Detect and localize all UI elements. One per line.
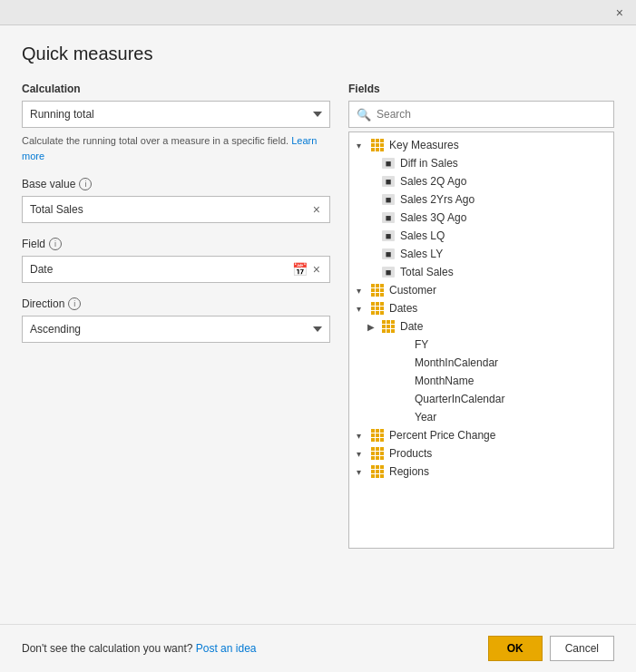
field-icon-year — [395, 411, 411, 424]
base-value-label: Base value i — [22, 178, 330, 190]
tree-item-year[interactable]: Year — [349, 408, 613, 426]
field-info-icon[interactable]: i — [49, 238, 62, 250]
tree-item-sales-3q-ago[interactable]: ■ Sales 3Q Ago — [349, 209, 613, 227]
direction-group: Direction i Ascending Descending — [22, 297, 330, 343]
products-label: Products — [389, 447, 432, 460]
table-icon-percent-price — [369, 429, 386, 442]
base-value-group: Base value i × — [22, 178, 330, 223]
table-icon-dates — [369, 302, 386, 315]
calculation-select[interactable]: Running total — [22, 101, 330, 128]
percent-price-label: Percent Price Change — [389, 429, 495, 442]
tree-item-fy[interactable]: FY — [349, 336, 613, 354]
chevron-key-measures: ▾ — [357, 141, 369, 151]
measure-icon-total-sales: ■ — [380, 266, 396, 278]
quick-measures-dialog: × Quick measures Calculation Running tot… — [0, 0, 636, 672]
fields-tree: ▾ Key Measures ■ Diff in Sales — [348, 131, 614, 549]
chevron-percent-price: ▾ — [357, 431, 369, 441]
measure-icon-sales-2q: ■ — [380, 175, 396, 188]
field-input[interactable] — [30, 263, 292, 276]
ok-button[interactable]: OK — [488, 636, 543, 661]
direction-info-icon[interactable]: i — [68, 297, 81, 310]
tree-group-dates[interactable]: ▾ Dates — [349, 299, 613, 317]
table-icon-key-measures — [369, 139, 386, 151]
field-clear-button[interactable]: × — [311, 262, 322, 277]
field-group: Field i 📅 × — [22, 238, 330, 283]
tree-item-quarterincalendar[interactable]: QuarterInCalendar — [349, 390, 613, 408]
table-icon-products — [369, 447, 386, 460]
tree-subgroup-date[interactable]: ▶ Date — [349, 317, 613, 336]
measure-icon-sales-ly: ■ — [380, 248, 396, 260]
chevron-products: ▾ — [357, 449, 369, 459]
left-panel: Calculation Running total Calculate the … — [22, 83, 330, 609]
tree-group-key-measures[interactable]: ▾ Key Measures — [349, 136, 613, 154]
table-icon-date — [380, 320, 396, 333]
search-box: 🔍 — [348, 101, 614, 128]
item-label: QuarterInCalendar — [415, 393, 504, 405]
tree-item-sales-2q-ago[interactable]: ■ Sales 2Q Ago — [349, 172, 613, 190]
tree-item-sales-2yrs-ago[interactable]: ■ Sales 2Yrs Ago — [349, 190, 613, 209]
table-icon-customer — [369, 284, 386, 297]
customer-label: Customer — [389, 284, 436, 297]
chevron-date: ▶ — [367, 322, 380, 332]
measure-icon-sales-2yrs: ■ — [380, 193, 396, 206]
dialog-title: Quick measures — [22, 44, 614, 64]
table-icon-regions — [369, 465, 386, 478]
item-label: MonthInCalendar — [415, 356, 498, 369]
footer-buttons: OK Cancel — [488, 636, 614, 661]
tree-group-products[interactable]: ▾ Products — [349, 444, 613, 463]
chevron-customer: ▾ — [357, 286, 369, 296]
cancel-button[interactable]: Cancel — [550, 636, 614, 661]
item-label: Sales LY — [400, 248, 443, 260]
measure-icon-sales-3q: ■ — [380, 211, 396, 224]
item-label: Year — [415, 411, 436, 424]
base-value-clear-button[interactable]: × — [311, 202, 322, 217]
search-input[interactable] — [377, 108, 606, 121]
tree-item-sales-ly[interactable]: ■ Sales LY — [349, 245, 613, 263]
dialog-footer: Don't see the calculation you want? Post… — [0, 624, 636, 672]
base-value-info-icon[interactable]: i — [79, 178, 92, 190]
calculation-label: Calculation — [22, 83, 330, 95]
field-icon-monthname — [395, 375, 411, 387]
chevron-regions: ▾ — [357, 467, 369, 477]
base-value-input-wrapper: × — [22, 196, 330, 223]
field-icon-monthincalendar — [395, 356, 411, 369]
item-label: Total Sales — [400, 266, 454, 278]
date-label: Date — [400, 320, 423, 333]
field-icon-fy — [395, 338, 411, 351]
key-measures-label: Key Measures — [389, 139, 459, 151]
tree-item-diff-in-sales[interactable]: ■ Diff in Sales — [349, 154, 613, 172]
calendar-icon: 📅 — [292, 262, 308, 277]
tree-item-monthincalendar[interactable]: MonthInCalendar — [349, 354, 613, 372]
right-panel: Fields 🔍 ▾ Key Measures — [348, 83, 614, 609]
post-idea-link[interactable]: Post an idea — [196, 642, 257, 655]
close-button[interactable]: × — [611, 4, 629, 22]
calculation-description: Calculate the running total over a measu… — [22, 133, 330, 163]
tree-group-regions[interactable]: ▾ Regions — [349, 463, 613, 481]
tree-item-total-sales[interactable]: ■ Total Sales — [349, 263, 613, 281]
two-columns-layout: Calculation Running total Calculate the … — [22, 83, 614, 609]
item-label: MonthName — [415, 375, 474, 387]
fields-label: Fields — [348, 83, 614, 95]
tree-item-sales-lq[interactable]: ■ Sales LQ — [349, 227, 613, 245]
search-icon: 🔍 — [357, 108, 371, 122]
dialog-body: Quick measures Calculation Running total… — [0, 25, 636, 624]
base-value-input[interactable] — [30, 203, 311, 216]
tree-group-percent-price-change[interactable]: ▾ Percent Price Change — [349, 426, 613, 444]
tree-group-customer[interactable]: ▾ Customer — [349, 281, 613, 299]
item-label: FY — [415, 338, 428, 351]
calculation-group: Calculation Running total Calculate the … — [22, 83, 330, 163]
field-label: Field i — [22, 238, 330, 250]
measure-icon-diff-sales: ■ — [380, 157, 396, 170]
tree-item-monthname[interactable]: MonthName — [349, 372, 613, 390]
item-label: Sales 2Yrs Ago — [400, 193, 475, 206]
item-label: Sales LQ — [400, 229, 445, 242]
direction-select[interactable]: Ascending Descending — [22, 316, 330, 343]
title-bar: × — [0, 0, 636, 25]
field-icon-quarterincalendar — [395, 393, 411, 405]
item-label: Diff in Sales — [400, 157, 458, 170]
regions-label: Regions — [389, 465, 429, 478]
measure-icon-sales-lq: ■ — [380, 229, 396, 242]
field-input-wrapper: 📅 × — [22, 256, 330, 283]
chevron-dates: ▾ — [357, 304, 369, 314]
direction-label: Direction i — [22, 297, 330, 310]
